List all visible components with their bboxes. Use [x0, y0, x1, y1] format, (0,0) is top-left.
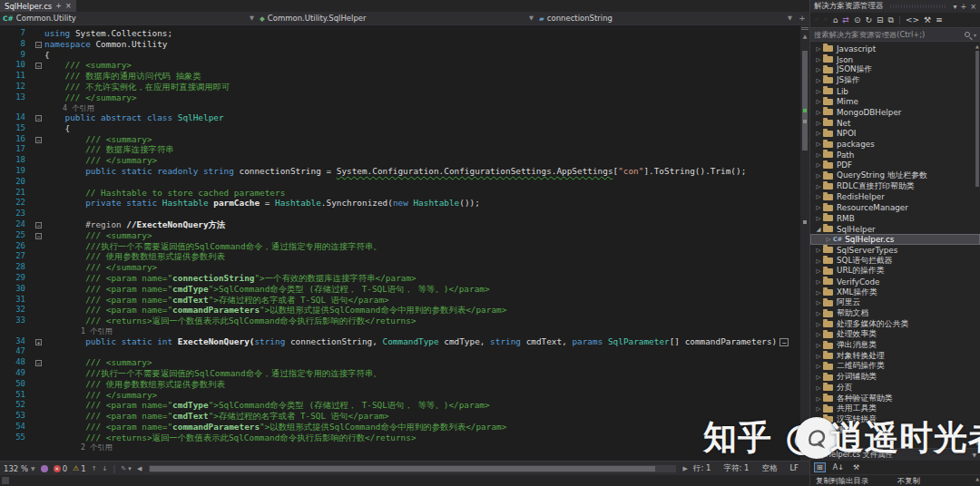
- scrollbar-thumb[interactable]: [975, 51, 979, 187]
- error-count-button[interactable]: × 0: [54, 464, 67, 473]
- tree-item[interactable]: ▷Lib: [810, 86, 980, 97]
- tree-item[interactable]: ▷C#SqlHelper.cs: [810, 234, 980, 245]
- chevron-down-icon[interactable]: ▼: [250, 15, 254, 22]
- tab-sqlhelper[interactable]: SqlHelper.cs + ×: [0, 0, 76, 12]
- expand-icon[interactable]: ▷: [814, 77, 823, 84]
- expand-icon[interactable]: ▷: [814, 204, 823, 211]
- forward-icon[interactable]: ◦: [823, 15, 828, 24]
- properties-titlebar[interactable]: SqlHelper.cs 文件属性 ▼: [810, 449, 980, 461]
- tree-item[interactable]: ▷XML操作类: [810, 287, 980, 298]
- tree-item[interactable]: ▷RedisHelper: [810, 192, 980, 203]
- solution-explorer-search[interactable]: 搜索解决方案资源管理器(Ctrl+;) ▾: [810, 28, 980, 42]
- pending-changes-icon[interactable]: ⊙: [854, 15, 861, 24]
- expand-icon[interactable]: ▷: [814, 374, 823, 381]
- tree-item[interactable]: ▷SQL语句拦截器: [810, 256, 980, 267]
- previous-issue-icon[interactable]: ↑: [92, 465, 97, 472]
- expand-icon[interactable]: ▷: [814, 321, 823, 328]
- tree-item[interactable]: ▷汉字转拼音: [810, 414, 980, 425]
- expand-icon[interactable]: ▷: [814, 172, 823, 180]
- property-value[interactable]: 不复制: [897, 476, 980, 486]
- scroll-up-icon[interactable]: ▲: [975, 476, 979, 481]
- collapse-region-icon[interactable]: −: [35, 115, 42, 122]
- tree-item[interactable]: ▷PDF: [810, 160, 980, 171]
- expand-icon[interactable]: ▷: [824, 236, 833, 243]
- chevron-down-icon[interactable]: ▼: [972, 452, 976, 458]
- tree-item[interactable]: ▷处理多媒体的公共类: [810, 319, 980, 330]
- collapsed-block-box[interactable]: …: [779, 338, 789, 346]
- tree-item[interactable]: ▷分词辅助类: [810, 372, 980, 383]
- collapse-region-icon[interactable]: −: [35, 63, 42, 69]
- expand-icon[interactable]: ▷: [814, 151, 823, 159]
- tree-item[interactable]: ▷Net: [810, 118, 980, 129]
- code-editor[interactable]: 7using System.Collections;8−namespace Co…: [0, 25, 809, 461]
- tree-item[interactable]: ▷二维码操作类: [810, 362, 980, 373]
- expand-icon[interactable]: ▷: [814, 120, 823, 127]
- zoom-selector[interactable]: 132 % ▼: [4, 464, 35, 473]
- tree-item[interactable]: ▷URL的操作类: [810, 266, 980, 277]
- expand-region-icon[interactable]: +: [35, 339, 42, 345]
- switch-views-icon[interactable]: ≡: [936, 15, 943, 24]
- expand-icon[interactable]: ▷: [814, 193, 823, 200]
- refresh-icon[interactable]: ↻: [865, 15, 872, 24]
- pin-icon[interactable]: +: [55, 3, 62, 10]
- view-code-icon[interactable]: <>: [906, 15, 919, 24]
- expand-icon[interactable]: ▷: [814, 109, 823, 116]
- expand-icon[interactable]: ▷: [814, 45, 823, 53]
- breadcrumb-project-dropdown[interactable]: C# Common.Utility ▼: [0, 12, 257, 24]
- tree-item[interactable]: ◢SqlHelper: [810, 224, 980, 235]
- expand-icon[interactable]: ▷: [814, 427, 823, 434]
- search-icon[interactable]: [965, 32, 970, 37]
- tree-item[interactable]: ▷缓存: [810, 425, 980, 436]
- expand-icon[interactable]: ▷: [814, 258, 823, 265]
- expand-icon[interactable]: ▷: [814, 353, 823, 360]
- collapse-region-icon[interactable]: −: [35, 137, 42, 143]
- editor-horizontal-scrollbar[interactable]: [149, 465, 675, 472]
- collapse-icon[interactable]: ◢: [814, 226, 823, 233]
- categorized-icon[interactable]: ⊞: [814, 462, 826, 472]
- tree-item[interactable]: ▷分页: [810, 383, 980, 394]
- expand-icon[interactable]: ▷: [814, 56, 823, 63]
- expand-icon[interactable]: ▷: [814, 161, 823, 169]
- tree-item[interactable]: ▷共用工具类: [810, 403, 980, 414]
- tree-item[interactable]: ▷各种验证帮助类: [810, 394, 980, 404]
- expand-icon[interactable]: ▷: [814, 299, 823, 306]
- window-position-icon[interactable]: ▾: [954, 3, 957, 11]
- expand-icon[interactable]: ▷: [814, 66, 823, 73]
- alphabetical-sort-icon[interactable]: A↓: [831, 463, 846, 471]
- sync-with-active-document-icon[interactable]: ⇄: [842, 15, 849, 24]
- tree-item[interactable]: ▷VerifyCode: [810, 277, 980, 287]
- tree-item[interactable]: ▷packages: [810, 139, 980, 150]
- filter-pen-icon[interactable]: ✎ ▾: [121, 465, 132, 472]
- tree-item[interactable]: ▷对象转换处理: [810, 351, 980, 362]
- tree-item[interactable]: ▷MongoDBHelper: [810, 107, 980, 118]
- tree-scrollbar[interactable]: ▲ ▼: [975, 42, 980, 448]
- tree-item[interactable]: ▷Path: [810, 150, 980, 160]
- expand-icon[interactable]: ▷: [814, 267, 823, 275]
- chevron-down-icon[interactable]: ▼: [788, 15, 792, 22]
- codelens-references[interactable]: 4 个引用: [0, 103, 800, 113]
- tree-item[interactable]: ▷SqlServerTypes: [810, 245, 980, 256]
- scroll-right-icon[interactable]: ▶: [683, 465, 688, 472]
- scroll-up-icon[interactable]: ▲: [800, 33, 809, 39]
- breadcrumb-member-dropdown[interactable]: ▰ connectionString ▼: [536, 12, 795, 24]
- scrollbar-thumb[interactable]: [802, 51, 808, 151]
- expand-icon[interactable]: ▷: [814, 88, 823, 95]
- tree-item[interactable]: ▷RDLC直接打印帮助类: [810, 181, 980, 192]
- chevron-down-icon[interactable]: ▾: [974, 32, 976, 38]
- search-input[interactable]: 搜索解决方案资源管理器(Ctrl+;): [814, 30, 965, 40]
- close-icon[interactable]: ×: [65, 3, 72, 10]
- solution-explorer-titlebar[interactable]: 解决方案资源管理器 ▾ + ×: [810, 0, 980, 13]
- expand-icon[interactable]: ▷: [814, 395, 823, 403]
- property-pages-icon[interactable]: ⚒: [851, 463, 861, 471]
- tree-item[interactable]: ▷处理效率类: [810, 330, 980, 341]
- tree-item[interactable]: ▷JSON操作: [810, 64, 980, 75]
- expand-icon[interactable]: ▷: [814, 183, 823, 190]
- expand-icon[interactable]: ▷: [814, 130, 823, 137]
- collapse-region-icon[interactable]: −: [35, 233, 42, 239]
- next-issue-icon[interactable]: ↓: [103, 465, 108, 472]
- tree-item[interactable]: ▷弹出消息类: [810, 340, 980, 351]
- tree-item[interactable]: ▷帮助文档: [810, 308, 980, 319]
- properties-wrench-icon[interactable]: ⚒: [924, 15, 931, 24]
- codelens-references[interactable]: 2 个引用: [0, 442, 800, 452]
- back-icon[interactable]: ◦: [814, 15, 818, 24]
